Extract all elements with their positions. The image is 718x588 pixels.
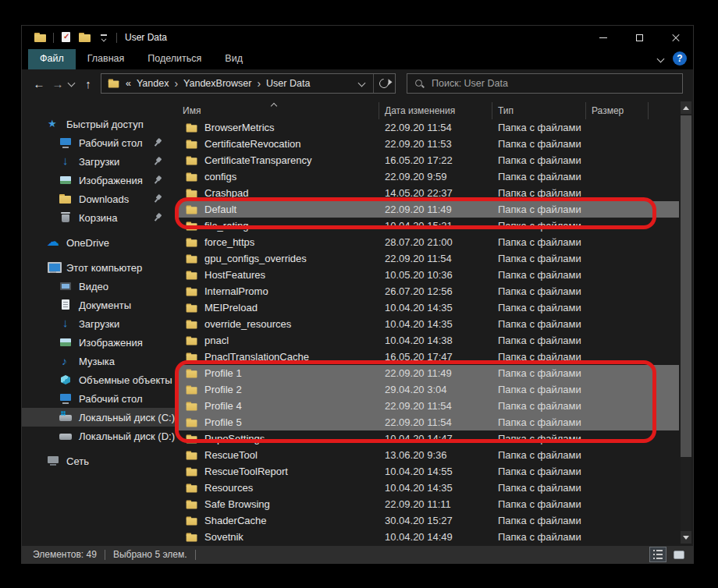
file-type: Папка с файлами xyxy=(492,367,633,379)
folder-icon xyxy=(187,122,198,133)
sidebar-item[interactable]: OneDrive xyxy=(22,233,178,252)
cloud-icon xyxy=(47,236,59,249)
sidebar-item[interactable]: Локальный диск (C:) xyxy=(22,408,178,427)
search-box[interactable]: Поиск: User Data xyxy=(407,73,683,94)
table-row[interactable]: Profile 1 22.09.20 11:49 Папка с файлами xyxy=(178,365,679,381)
up-arrow-icon[interactable]: ↑ xyxy=(79,77,98,90)
folder-icon xyxy=(187,285,198,297)
file-date: 10.05.20 10:36 xyxy=(379,269,492,281)
table-row[interactable]: Safe Browsing 22.09.20 11:11 Папка с фай… xyxy=(178,496,679,512)
table-row[interactable]: BrowserMetrics 22.09.20 11:54 Папка с фа… xyxy=(178,119,679,136)
tab-file[interactable]: Файл xyxy=(28,49,76,69)
drive-icon xyxy=(59,430,72,442)
table-row[interactable]: PupoSettings 10.04.20 14:47 Папка с файл… xyxy=(178,430,679,447)
breadcrumb-chevron[interactable]: › xyxy=(257,79,261,88)
file-name-cell: Profile 4 xyxy=(178,400,379,413)
close-button[interactable] xyxy=(657,26,693,49)
sidebar-item-label: Загрузки xyxy=(79,318,119,330)
table-row[interactable]: pnacl 10.04.20 14:38 Папка с файлами xyxy=(178,332,679,349)
sidebar-item[interactable]: Загрузки xyxy=(22,314,178,333)
details-view-button[interactable] xyxy=(650,547,666,561)
file-date: 10.04.20 14:35 xyxy=(379,482,492,494)
table-row[interactable]: Default 22.09.20 11:49 Папка с файлами xyxy=(178,201,679,218)
sort-ascending-icon xyxy=(271,103,277,109)
table-row[interactable]: configs 22.09.20 9:59 Папка с файлами xyxy=(178,168,679,185)
sidebar-item[interactable]: Этот компьютер xyxy=(22,258,178,277)
table-row[interactable]: force_https 28.07.20 21:00 Папка с файла… xyxy=(178,234,679,250)
sidebar-item[interactable]: Видео xyxy=(22,277,178,296)
collapse-ribbon-chevron-icon[interactable] xyxy=(657,55,665,63)
customize-quick-access-chevron-icon[interactable] xyxy=(98,31,110,44)
large-icons-view-button[interactable] xyxy=(671,547,687,561)
table-row[interactable]: InternalPromo 26.07.20 12:56 Папка с фай… xyxy=(178,283,679,299)
file-name-cell: BrowserMetrics xyxy=(178,122,379,134)
breadcrumb-segment[interactable]: User Data xyxy=(266,78,310,89)
address-dropdown-chevron-icon[interactable] xyxy=(358,79,366,87)
sidebar-item-label: Рабочий стол xyxy=(79,393,143,405)
help-icon[interactable]: ? xyxy=(673,51,687,66)
table-row[interactable]: MEIPreload 10.04.20 14:35 Папка с файлам… xyxy=(178,299,679,316)
table-row[interactable]: Crashpad 14.05.20 22:37 Папка с файлами xyxy=(178,185,679,201)
scroll-up-button[interactable] xyxy=(681,101,691,114)
column-header-size[interactable]: Размер xyxy=(586,102,649,119)
sidebar-item[interactable]: Объемные объекты xyxy=(22,370,178,389)
table-row[interactable]: override_resources 10.04.20 14:35 Папка … xyxy=(178,316,679,332)
window-controls xyxy=(585,26,693,49)
sidebar-item[interactable]: Быстрый доступ xyxy=(22,115,178,133)
tab-home[interactable]: Главная xyxy=(76,49,137,69)
file-date: 10.04.20 14:35 xyxy=(379,302,492,313)
sidebar-item[interactable]: Музыка xyxy=(22,352,178,370)
sidebar-item[interactable]: Локальный диск (D:) xyxy=(22,427,178,445)
forward-arrow-icon[interactable]: → xyxy=(48,77,67,90)
column-header-name[interactable]: Имя xyxy=(178,102,379,119)
file-name-cell: Safe Browsing xyxy=(178,498,379,511)
breadcrumb-segment[interactable]: YandexBrowser xyxy=(183,78,251,89)
recent-locations-chevron-icon[interactable] xyxy=(68,79,76,87)
sidebar-item-label: Документы xyxy=(79,299,131,311)
scrollbar-thumb[interactable] xyxy=(681,115,691,457)
vertical-scrollbar[interactable] xyxy=(681,101,691,544)
table-row[interactable]: RescueTool 13.06.20 9:36 Папка с файлами xyxy=(178,447,679,463)
sidebar-item[interactable]: Изображения xyxy=(22,333,178,352)
table-row[interactable]: gpu_configs_overrides 22.09.20 11:54 Пап… xyxy=(178,250,679,267)
maximize-button[interactable] xyxy=(621,26,657,49)
sidebar-item[interactable]: Рабочий стол xyxy=(22,133,178,152)
breadcrumb-chevron[interactable]: › xyxy=(174,79,178,88)
file-date: 10.04.20 14:55 xyxy=(379,466,492,477)
column-header-type[interactable]: Тип xyxy=(492,102,586,119)
column-header-date[interactable]: Дата изменения xyxy=(379,102,492,119)
sidebar-item[interactable]: Документы xyxy=(22,296,178,314)
folder-icon xyxy=(187,400,198,412)
table-row[interactable]: Profile 4 22.09.20 11:54 Папка с файлами xyxy=(178,398,679,414)
address-bar[interactable]: « Yandex › YandexBrowser › User Data xyxy=(101,73,396,94)
sidebar-item[interactable]: Изображения xyxy=(22,171,178,190)
table-row[interactable]: PnaclTranslationCache 16.05.20 17:47 Пап… xyxy=(178,349,679,365)
new-folder-icon[interactable] xyxy=(79,31,91,44)
table-row[interactable]: CertificateTransparency 16.05.20 17:22 П… xyxy=(178,152,679,168)
table-row[interactable]: HostFeatures 10.05.20 10:36 Папка с файл… xyxy=(178,267,679,283)
table-row[interactable]: ShaderCache 30.04.20 15:27 Папка с файла… xyxy=(178,512,679,529)
tab-view[interactable]: Вид xyxy=(213,49,254,69)
folder-icon xyxy=(187,138,198,150)
tab-share[interactable]: Поделиться xyxy=(136,49,213,69)
sidebar-item[interactable]: Корзина xyxy=(22,208,178,227)
sidebar-item[interactable]: Загрузки xyxy=(22,152,178,171)
breadcrumb-segment[interactable]: Yandex xyxy=(137,78,169,89)
sidebar-item[interactable]: Сеть xyxy=(22,452,178,470)
network-icon xyxy=(47,455,59,467)
refresh-icon[interactable] xyxy=(378,77,391,90)
table-row[interactable]: CertificateRevocation 22.09.20 11:53 Пап… xyxy=(178,136,679,152)
minimize-button[interactable] xyxy=(585,26,621,49)
table-row[interactable]: Sovetnik 10.04.20 14:49 Папка с файлами xyxy=(178,529,679,545)
table-row[interactable]: Profile 5 22.09.20 11:54 Папка с файлами xyxy=(178,414,679,430)
table-row[interactable]: Resources 10.04.20 14:35 Папка с файлами xyxy=(178,480,679,496)
table-row[interactable]: RescueToolReport 10.04.20 14:55 Папка с … xyxy=(178,463,679,480)
table-row[interactable]: file_rating 10.04.20 15:21 Папка с файла… xyxy=(178,218,679,234)
back-arrow-icon[interactable]: ← xyxy=(30,77,48,90)
properties-check-icon[interactable] xyxy=(60,31,73,44)
sidebar-item[interactable]: Рабочий стол xyxy=(22,389,178,408)
table-row[interactable]: Profile 2 29.04.20 3:04 Папка с файлами xyxy=(178,381,679,398)
sidebar-item[interactable]: Downloads xyxy=(22,190,178,208)
scroll-down-button[interactable] xyxy=(681,531,691,544)
file-name-cell: HostFeatures xyxy=(178,269,379,282)
